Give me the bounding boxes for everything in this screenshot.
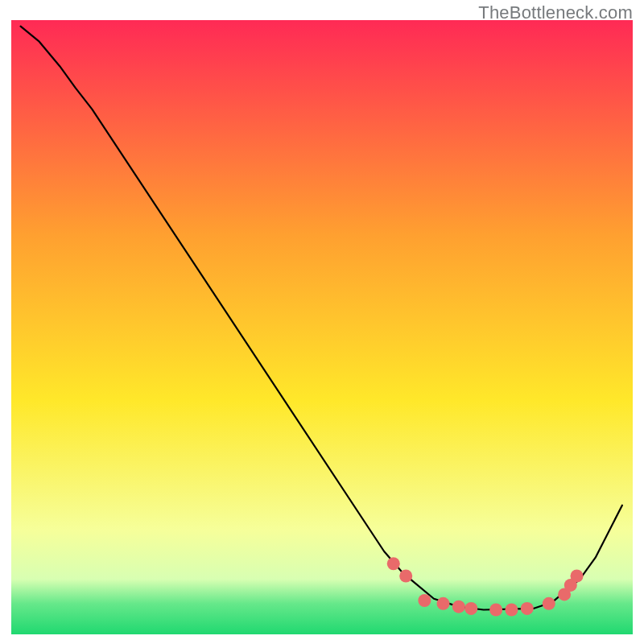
highlight-dot [489, 603, 502, 616]
gradient-background [11, 20, 633, 634]
highlight-dot [437, 597, 450, 610]
chart-svg [0, 0, 644, 644]
highlight-dot [387, 557, 400, 570]
highlight-dot [418, 594, 431, 607]
highlight-dot [399, 570, 412, 583]
highlight-dot [452, 601, 465, 613]
highlight-dot [505, 603, 518, 616]
watermark-label: TheBottleneck.com [478, 2, 633, 23]
highlight-dot [464, 602, 477, 615]
highlight-dot [571, 570, 584, 583]
bottleneck-chart: TheBottleneck.com [0, 0, 644, 644]
highlight-dot [521, 602, 534, 615]
highlight-dot [543, 597, 555, 610]
